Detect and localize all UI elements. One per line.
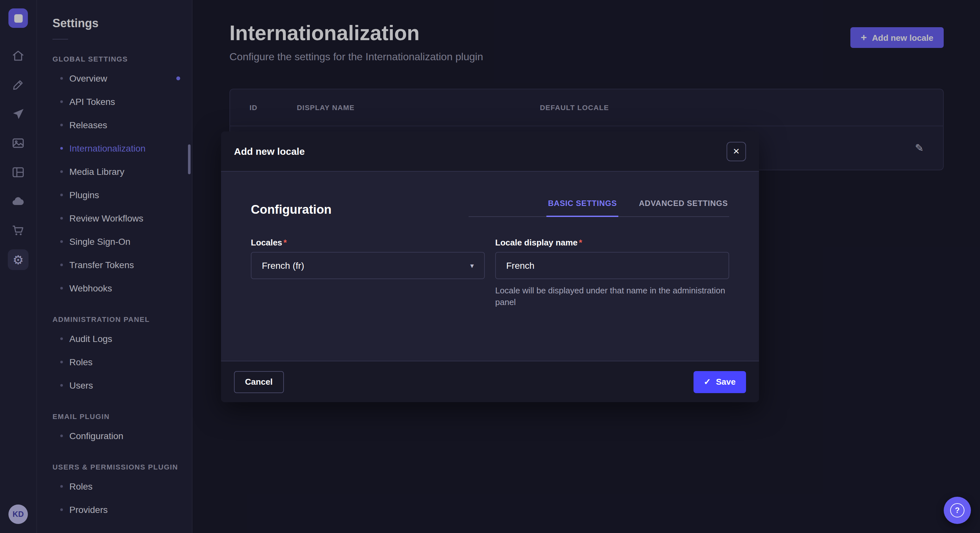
locales-select[interactable]: French (fr) ▾ [251, 252, 485, 279]
save-button[interactable]: ✓ Save [693, 371, 746, 393]
close-modal-button[interactable]: × [727, 141, 746, 161]
tab-advanced-settings[interactable]: ADVANCED SETTINGS [638, 199, 729, 217]
check-icon: ✓ [703, 378, 711, 386]
display-name-hint: Locale will be displayed under that name… [495, 285, 729, 308]
modal-header: Add new locale × [221, 132, 759, 171]
screen: ⚙ KD Settings GLOBAL SETTINGS Overview [0, 0, 980, 533]
modal-body: Configuration BASIC SETTINGS ADVANCED SE… [221, 171, 759, 361]
configuration-heading: Configuration [251, 203, 331, 217]
help-icon: ? [950, 503, 964, 517]
display-name-field: Locale display name* Locale will be disp… [495, 238, 729, 308]
cancel-button[interactable]: Cancel [234, 371, 283, 393]
help-button[interactable]: ? [944, 497, 971, 524]
locales-field: Locales* French (fr) ▾ [251, 238, 485, 308]
modal-title: Add new locale [234, 146, 305, 157]
close-icon: × [733, 146, 740, 157]
add-new-locale-modal: Add new locale × Configuration BASIC SET… [221, 132, 759, 402]
locales-select-value: French (fr) [262, 260, 304, 271]
display-name-label: Locale display name* [495, 238, 729, 247]
display-name-input[interactable] [495, 252, 729, 279]
locales-label: Locales* [251, 238, 485, 247]
chevron-down-icon: ▾ [470, 261, 474, 270]
required-asterisk: * [579, 238, 582, 247]
required-asterisk: * [283, 238, 287, 247]
settings-tabs: BASIC SETTINGS ADVANCED SETTINGS [469, 199, 729, 217]
modal-footer: Cancel ✓ Save [221, 361, 759, 402]
tab-basic-settings[interactable]: BASIC SETTINGS [547, 199, 618, 217]
